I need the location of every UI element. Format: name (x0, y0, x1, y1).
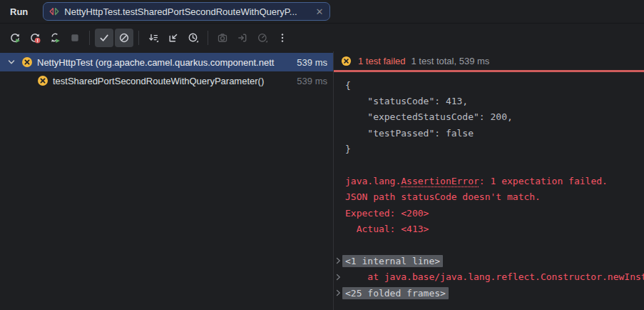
test-results-panel: 1 test failed 1 test total, 539 ms { "st… (333, 51, 644, 310)
folded-internal-line-chip[interactable]: <1 internal line> (342, 255, 443, 267)
test-failed-icon (341, 56, 352, 66)
run-toolbar (0, 24, 644, 51)
show-ignored-button[interactable] (115, 29, 133, 47)
console-line-error: Expected: <200> (334, 205, 644, 221)
sort-tests-button[interactable] (144, 29, 163, 47)
rerun-failed-tests-button[interactable] (26, 29, 44, 47)
screenshot-button[interactable] (213, 29, 232, 47)
console-line-blank (334, 157, 644, 173)
chevron-down-icon[interactable] (6, 56, 17, 68)
test-tree-row-class[interactable]: NettyHttpTest (org.apache.camel.quarkus.… (0, 53, 333, 71)
rerun-button[interactable] (6, 29, 24, 47)
assertion-error-link[interactable]: AssertionError (401, 176, 479, 186)
test-duration: 539 ms (297, 76, 327, 86)
stop-button[interactable] (66, 29, 84, 47)
run-content: NettyHttpTest (org.apache.camel.quarkus.… (0, 51, 644, 310)
rerun-automatically-button[interactable] (46, 29, 64, 47)
import-test-results-button[interactable] (233, 29, 252, 47)
console-line: "statusCode": 413, (334, 93, 644, 109)
toolbar-separator (208, 31, 208, 45)
test-method-label: testSharedPortSecondRouteWithQueryParame… (53, 76, 291, 86)
toolbar-separator (89, 31, 90, 45)
test-class-label: NettyHttpTest (org.apache.camel.quarkus.… (37, 57, 291, 68)
fold-chevron-icon[interactable] (334, 274, 345, 281)
results-summary-bar: 1 test failed 1 test total, 539 ms (334, 51, 644, 70)
console-line-folded: <25 folded frames> (334, 285, 644, 301)
test-failed-icon (21, 56, 33, 68)
console-line-error: Actual: <413> (334, 221, 644, 237)
navigate-to-stack-trace-button[interactable] (164, 29, 183, 47)
total-count-text: 1 test total, 539 ms (412, 56, 490, 66)
console-line: "testPassed": false (334, 125, 644, 141)
console-line-blank (334, 237, 644, 253)
sort-by-duration-button[interactable] (184, 29, 203, 47)
test-duration: 539 ms (297, 57, 327, 68)
console-line-stacktrace: at java.base/java.lang.reflect.Construct… (334, 269, 644, 285)
close-tab-icon[interactable]: ✕ (315, 7, 323, 16)
console-line: { (334, 77, 644, 93)
test-tree: NettyHttpTest (org.apache.camel.quarkus.… (0, 51, 333, 310)
console-line: } (334, 141, 644, 157)
test-tree-row-method[interactable]: testSharedPortSecondRouteWithQueryParame… (0, 71, 333, 90)
console-line-error: JSON path statusCode doesn't match. (334, 189, 644, 205)
tab-title: NettyHttpTest.testSharedPortSecondRouteW… (64, 6, 311, 17)
toolbar-separator (138, 31, 139, 45)
folded-frames-chip[interactable]: <25 folded frames> (342, 287, 449, 299)
run-toolwindow-title: Run (10, 6, 28, 17)
console-line: "expectedStatusCode": 200, (334, 109, 644, 125)
show-passed-button[interactable] (95, 29, 113, 47)
test-console-output: { "statusCode": 413, "expectedStatusCode… (334, 72, 644, 310)
more-options-button[interactable] (273, 29, 292, 47)
run-configuration-tab[interactable]: NettyHttpTest.testSharedPortSecondRouteW… (43, 2, 330, 21)
coverage-button[interactable] (253, 29, 272, 47)
failed-count-text: 1 test failed (358, 56, 406, 66)
test-failed-icon (37, 75, 48, 86)
tool-window-header: Run NettyHttpTest.testSharedPortSecondRo… (0, 0, 644, 24)
console-line-error: java.lang.AssertionError: 1 expectation … (334, 173, 644, 189)
console-line-folded: <1 internal line> (334, 253, 644, 269)
junit-test-icon (48, 6, 60, 17)
